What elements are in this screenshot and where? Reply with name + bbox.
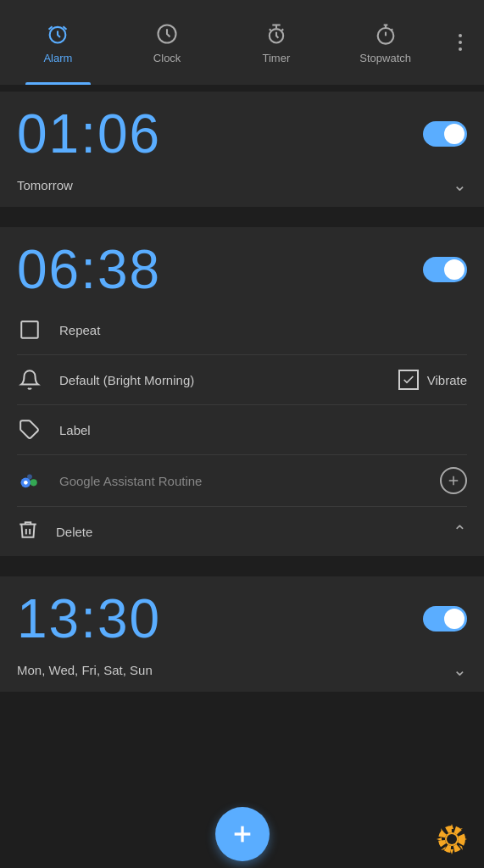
svg-rect-4: [21, 321, 38, 338]
alarm-1-header: 01:06: [0, 92, 484, 170]
nav-alarm[interactable]: Alarm: [3, 0, 113, 85]
alarm-card-3: 13:30 Mon, Wed, Fri, Sat, Sun ⌄: [0, 576, 484, 692]
alarm-3-time: 13:30: [17, 592, 161, 646]
vibrate-label: Vibrate: [427, 373, 467, 387]
alarm-2-ringtone-row[interactable]: Default (Bright Morning) Vibrate: [17, 354, 467, 404]
add-alarm-fab[interactable]: [215, 807, 270, 861]
alarm-2-chevron-up-icon: ⌃: [453, 521, 467, 542]
alarm-2-toggle[interactable]: [423, 257, 467, 282]
alarm-3-header: 13:30: [0, 576, 484, 654]
alarm-card-1: 01:06 Tomorrow ⌄: [0, 92, 484, 207]
alarm-3-toggle[interactable]: [423, 606, 467, 632]
alarm-icon: [45, 21, 70, 47]
nav-timer-label: Timer: [263, 52, 291, 64]
alarm-1-time: 01:06: [17, 107, 161, 161]
google-assistant-icon: [17, 468, 42, 493]
nav-timer[interactable]: Timer: [222, 0, 331, 85]
vibrate-checkbox[interactable]: [398, 370, 419, 390]
alarm-2-label-text: Label: [59, 423, 467, 437]
assistant-add-button[interactable]: [440, 467, 467, 494]
label-icon: [17, 417, 42, 442]
bottom-bar: [0, 800, 484, 868]
nav-alarm-label: Alarm: [43, 52, 72, 64]
delete-left: Delete: [17, 519, 92, 544]
settings-button[interactable]: [430, 817, 474, 861]
separator-1: [0, 214, 484, 220]
alarm-1-schedule: Tomorrow: [17, 178, 73, 192]
alarm-2-time: 06:38: [17, 242, 161, 297]
bell-icon: [17, 367, 42, 392]
nav-stopwatch[interactable]: Stopwatch: [331, 0, 440, 85]
alarm-2-label-row[interactable]: Label: [17, 404, 467, 454]
alarm-2-delete-row[interactable]: Delete ⌃: [0, 507, 484, 556]
clock-icon: [154, 21, 180, 47]
more-icon: [459, 34, 462, 51]
alarm-2-header: 06:38: [0, 227, 484, 305]
alarm-3-chevron-down-icon: ⌄: [453, 659, 467, 680]
alarm-2-expanded-content: Repeat Default (Bright Morning) Vibrate: [0, 305, 484, 506]
separator-2: [0, 563, 484, 570]
svg-point-15: [447, 834, 457, 844]
alarm-3-expand[interactable]: Mon, Wed, Fri, Sat, Sun ⌄: [0, 654, 484, 692]
repeat-icon: [17, 317, 42, 342]
stopwatch-icon: [373, 21, 398, 47]
trash-icon: [17, 519, 39, 544]
timer-icon: [264, 21, 289, 47]
alarm-2-repeat-row[interactable]: Repeat: [17, 305, 467, 354]
alarm-1-chevron-down-icon: ⌄: [453, 175, 467, 195]
alarm-2-repeat-label: Repeat: [59, 323, 467, 337]
vibrate-section: Vibrate: [398, 370, 467, 390]
alarm-3-toggle-knob: [444, 609, 465, 629]
more-options-button[interactable]: [440, 0, 481, 85]
svg-point-6: [31, 479, 37, 486]
svg-point-7: [27, 474, 32, 479]
alarm-3-schedule: Mon, Wed, Fri, Sat, Sun: [17, 663, 153, 677]
alarm-2-assistant-row[interactable]: Google Assistant Routine: [17, 454, 467, 506]
plus-icon: [229, 821, 256, 848]
alarm-2-toggle-knob: [444, 259, 465, 280]
svg-point-8: [24, 481, 28, 485]
gear-icon: [430, 817, 474, 861]
alarm-1-toggle[interactable]: [423, 121, 467, 147]
alarm-1-expand[interactable]: Tomorrow ⌄: [0, 170, 484, 207]
nav-clock[interactable]: Clock: [113, 0, 222, 85]
alarm-2-assistant-label: Google Assistant Routine: [59, 474, 423, 488]
alarm-2-ringtone-label: Default (Bright Morning): [59, 373, 381, 387]
alarm-2-delete-label: Delete: [56, 525, 92, 539]
top-navigation: Alarm Clock Timer: [0, 0, 484, 85]
nav-clock-label: Clock: [153, 52, 181, 64]
nav-stopwatch-label: Stopwatch: [359, 52, 411, 64]
alarm-card-2: 06:38 Repeat Default (Bright Morning): [0, 227, 484, 556]
alarm-1-toggle-knob: [444, 124, 465, 144]
